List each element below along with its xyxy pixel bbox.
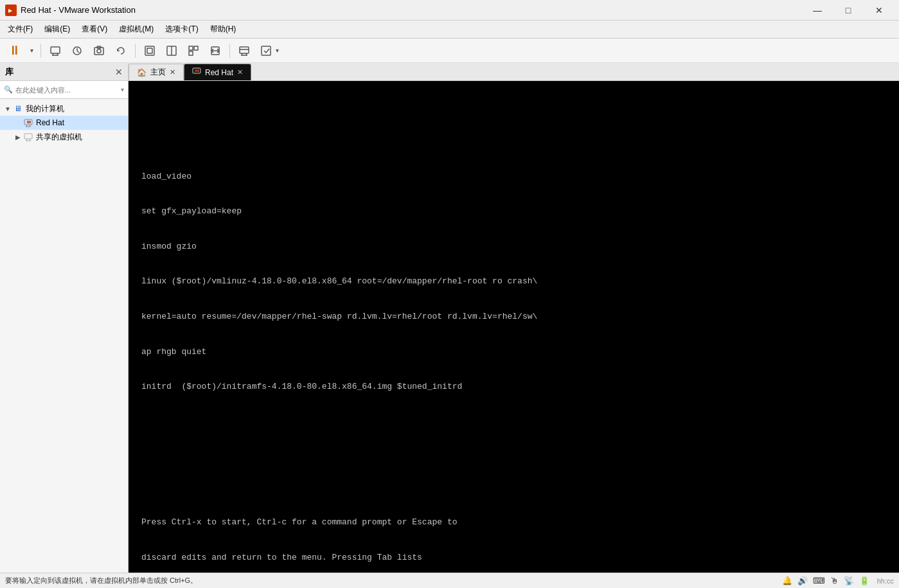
tab-red-hat[interactable]: Red Hat ✕ (184, 64, 251, 80)
view-options-dropdown[interactable]: ▾ (276, 47, 279, 54)
search-dropdown-arrow[interactable]: ▾ (121, 86, 124, 93)
computer-icon: 🖥 (13, 103, 23, 114)
status-icon-4[interactable]: 🖱 (830, 576, 839, 585)
take-snapshot-button[interactable] (89, 41, 109, 60)
vm-display-area[interactable]: load_video set gfx_payload=keep insmod g… (129, 81, 899, 573)
split-view-button[interactable] (162, 41, 181, 60)
unity-button[interactable] (184, 41, 203, 60)
status-icon-5[interactable]: 📡 (844, 576, 854, 585)
sidebar-tree: ▼ 🖥 我的计算机 Red Hat (0, 99, 128, 573)
terminal-hint-1: Press Ctrl-x to start, Ctrl-c for a comm… (141, 517, 886, 528)
status-bar: 要将输入定向到该虚拟机，请在虚拟机内部单击或按 Ctrl+G。 🔔 🔊 ⌨ 🖱 … (0, 573, 899, 588)
terminal-line-7: initrd ($root)/initramfs-4.18.0-80.el8.x… (141, 381, 886, 393)
svg-rect-35 (195, 69, 199, 72)
vm-icon (23, 118, 33, 128)
sidebar-item-my-computer[interactable]: ▼ 🖥 我的计算机 (0, 102, 128, 116)
expand-icon: ▼ (3, 105, 13, 112)
svg-rect-29 (27, 121, 31, 123)
pause-button[interactable]: ⏸ (5, 41, 24, 60)
search-icon: 🔍 (4, 85, 13, 94)
sidebar-header: 库 ✕ (0, 63, 128, 81)
maximize-button[interactable]: □ (833, 0, 863, 21)
svg-text:▶: ▶ (8, 8, 13, 13)
shared-icon (23, 132, 33, 142)
terminal-line-1: load_video (141, 171, 886, 183)
svg-point-8 (97, 49, 101, 53)
home-tab-close[interactable]: ✕ (170, 68, 175, 76)
my-computer-label: 我的计算机 (26, 103, 64, 114)
status-icon-6[interactable]: 🔋 (859, 576, 869, 585)
menu-help[interactable]: 帮助(H) (205, 22, 242, 37)
window-title: Red Hat - VMware Workstation (21, 5, 803, 15)
svg-rect-11 (147, 48, 152, 53)
app-icon: ▶ (5, 4, 17, 16)
vm-terminal[interactable]: load_video set gfx_payload=keep insmod g… (129, 81, 899, 573)
svg-rect-19 (240, 47, 249, 53)
status-icon-1[interactable]: 🔔 (782, 576, 792, 585)
terminal-content: load_video set gfx_payload=keep insmod g… (141, 147, 886, 416)
terminal-line-6: ap rhgb quiet (141, 346, 886, 358)
autofit-button[interactable] (206, 41, 225, 60)
revert-snapshot-button[interactable] (111, 41, 130, 60)
terminal-line-4: linux ($root)/vmlinuz-4.18.0-80.el8.x86_… (141, 276, 886, 287)
menu-bar: 文件(F) 编辑(E) 查看(V) 虚拟机(M) 选项卡(T) 帮助(H) (0, 21, 899, 39)
close-button[interactable]: ✕ (864, 0, 894, 21)
view-options-button[interactable] (256, 41, 276, 60)
status-icon-3[interactable]: ⌨ (813, 576, 825, 585)
terminal-hint: Press Ctrl-x to start, Ctrl-c for a comm… (141, 494, 886, 573)
status-right-icons: 🔔 🔊 ⌨ 🖱 📡 🔋 hh:cc (782, 576, 894, 585)
content-area: 🏠 主页 ✕ Red Hat ✕ load_video (129, 63, 899, 573)
shared-expand-icon: ▶ (13, 134, 23, 141)
menu-tabs[interactable]: 选项卡(T) (160, 22, 203, 37)
svg-rect-10 (145, 46, 154, 55)
main-layout: 库 ✕ 🔍 ▾ ▼ 🖥 我的计算机 (0, 63, 899, 573)
toolbar: ⏸ ▾ (0, 39, 899, 63)
svg-rect-24 (262, 46, 271, 55)
terminal-line-2: set gfx_payload=keep (141, 206, 886, 217)
sidebar-item-shared-vms[interactable]: ▶ 共享的虚拟机 (0, 130, 128, 144)
tab-bar: 🏠 主页 ✕ Red Hat ✕ (129, 63, 899, 81)
svg-rect-15 (194, 46, 198, 50)
red-hat-label: Red Hat (36, 118, 64, 127)
sidebar-search-bar[interactable]: 🔍 ▾ (0, 81, 128, 99)
toolbar-sep-3 (229, 44, 230, 58)
red-hat-tab-close[interactable]: ✕ (237, 68, 243, 76)
search-input[interactable] (15, 86, 118, 94)
menu-view[interactable]: 查看(V) (76, 22, 112, 37)
restore-snapshot-button[interactable] (67, 41, 87, 60)
home-tab-label: 主页 (150, 67, 166, 78)
terminal-hint-2: discard edits and return to the menu. Pr… (141, 552, 886, 564)
menu-edit[interactable]: 编辑(E) (39, 22, 75, 37)
sidebar: 库 ✕ 🔍 ▾ ▼ 🖥 我的计算机 (0, 63, 129, 573)
status-time: hh:cc (877, 577, 894, 585)
status-message: 要将输入定向到该虚拟机，请在虚拟机内部单击或按 Ctrl+G。 (5, 576, 197, 585)
terminal-line-3: insmod gzio (141, 241, 886, 253)
red-hat-tab-icon (192, 67, 201, 78)
send-ctrl-alt-del-button[interactable] (46, 41, 65, 60)
home-tab-icon: 🏠 (137, 68, 147, 77)
toolbar-sep-2 (135, 44, 136, 58)
console-view-button[interactable] (235, 41, 254, 60)
menu-file[interactable]: 文件(F) (3, 22, 38, 37)
red-hat-tab-label: Red Hat (205, 68, 233, 77)
minimize-button[interactable]: — (803, 0, 832, 21)
terminal-line-5: kernel=auto resume=/dev/mapper/rhel-swap… (141, 311, 886, 323)
sidebar-item-red-hat[interactable]: Red Hat (0, 116, 128, 130)
title-bar: ▶ Red Hat - VMware Workstation — □ ✕ (0, 0, 899, 21)
menu-vm[interactable]: 虚拟机(M) (114, 22, 159, 37)
pause-dropdown[interactable]: ▾ (27, 41, 36, 60)
svg-rect-14 (189, 46, 193, 50)
svg-rect-2 (51, 47, 60, 53)
sidebar-close-button[interactable]: ✕ (115, 67, 123, 77)
fullscreen-button[interactable] (140, 41, 159, 60)
status-icon-2[interactable]: 🔊 (797, 576, 808, 585)
window-controls: — □ ✕ (803, 0, 894, 21)
svg-rect-30 (24, 134, 32, 139)
tab-home[interactable]: 🏠 主页 ✕ (129, 64, 184, 80)
sidebar-title: 库 (5, 66, 13, 78)
svg-rect-16 (189, 51, 193, 55)
shared-vms-label: 共享的虚拟机 (36, 132, 82, 143)
toolbar-sep-1 (40, 44, 41, 58)
